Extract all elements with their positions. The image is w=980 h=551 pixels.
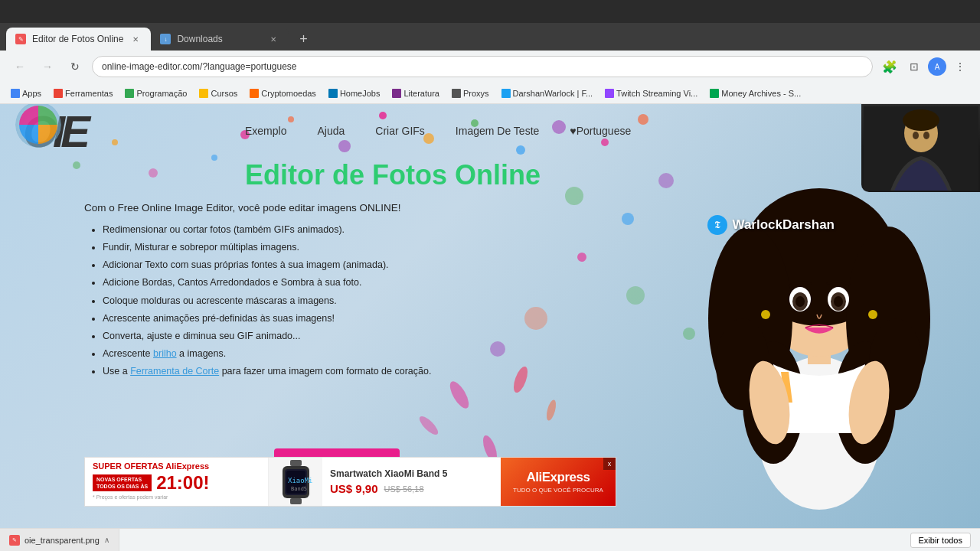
- hero-description: Com o Free Online Image Editor, você pod…: [84, 202, 559, 380]
- tab2-label: Downloads: [177, 34, 261, 44]
- ad-disclaimer-text: * Preços e ofertas podem variar: [93, 494, 260, 500]
- browser-chrome: ✎ Editor de Fotos Online ✕ ↓ Downloads ✕…: [0, 0, 980, 104]
- cast-button[interactable]: ⊡: [903, 56, 925, 77]
- ad-left-section: SUPER OFERTAS AliExpress NOVAS OFERTASTO…: [85, 458, 269, 506]
- bookmarks-bar: Apps Ferramentas Programação Cursos Cryp…: [0, 83, 980, 104]
- feature-8: Acrescente brilho a imagens.: [103, 345, 559, 363]
- webcam-overlay: [861, 104, 980, 192]
- tab2-close[interactable]: ✕: [267, 33, 279, 45]
- programacao-bookmark[interactable]: Programação: [120, 87, 191, 99]
- twitter-username: WarlockDarshan: [732, 217, 835, 233]
- feature-7: Converta, ajuste e diminua seu GIF anima…: [103, 328, 559, 345]
- ad-novas-box: NOVAS OFERTASTODOS OS DIAS ÀS 21:00!: [93, 472, 260, 494]
- cryptomoedas-bookmark[interactable]: Cryptomoedas: [245, 87, 321, 99]
- lang-selector[interactable]: ♥Portuguese: [570, 125, 631, 137]
- feature-2: Fundir, Misturar e sobrepor múltiplas im…: [103, 239, 559, 256]
- feature-1: Redimensionar ou cortar fotos (também GI…: [103, 221, 559, 239]
- title-bar: [0, 0, 980, 23]
- ferramentas-bookmark[interactable]: Ferramentas: [49, 87, 117, 99]
- forward-button[interactable]: →: [37, 56, 58, 77]
- ad-product-name: Smartwatch XiaoMi Band 5: [330, 468, 493, 479]
- tab2-favicon: ↓: [160, 34, 171, 44]
- ad-product-info: Smartwatch XiaoMi Band 5 US$ 9,90 US$ 56…: [322, 458, 501, 506]
- svg-point-52: [913, 132, 919, 139]
- ad-price-row: US$ 9,90 US$ 56,18: [330, 482, 493, 495]
- profile-button[interactable]: A: [928, 57, 946, 76]
- feature-6: Acrescente animações pré-definidas às su…: [103, 310, 559, 328]
- svg-point-22: [73, 161, 80, 169]
- brilho-link[interactable]: brilho: [153, 348, 177, 359]
- back-button[interactable]: ←: [9, 56, 31, 77]
- nav-imagem-de-teste[interactable]: Imagem De Teste: [456, 125, 539, 137]
- money-bookmark[interactable]: Money Archives - S...: [705, 87, 805, 99]
- svg-rect-54: [290, 460, 302, 466]
- svg-rect-60: [290, 498, 302, 504]
- site-nav: Exemplo Ajuda Criar GIFs Imagem De Teste…: [245, 125, 631, 137]
- bottom-bar: ✎ oie_transparent.png ∧ Exibir todos: [0, 528, 980, 551]
- svg-text:XiaoMi: XiaoMi: [288, 477, 313, 484]
- tab-inactive[interactable]: ↓ Downloads ✕: [151, 28, 289, 51]
- svg-point-53: [923, 132, 929, 139]
- tab1-favicon: ✎: [15, 34, 26, 44]
- feature-9: Use a Ferramenta de Corte para fazer uma…: [103, 363, 559, 380]
- twitter-overlay: 𝕿 WarlockDarshan: [707, 215, 835, 235]
- nav-exemplo[interactable]: Exemplo: [245, 125, 286, 137]
- svg-point-24: [149, 168, 158, 178]
- logo-circle-bg: [15, 104, 61, 148]
- new-tab-button[interactable]: +: [292, 28, 315, 51]
- ad-time-display: 21:00!: [156, 472, 209, 494]
- cursos-bookmark[interactable]: Cursos: [194, 87, 242, 99]
- svg-point-46: [868, 310, 877, 319]
- show-all-button[interactable]: Exibir todos: [910, 533, 971, 548]
- svg-point-10: [565, 187, 583, 205]
- tab1-label: Editor de Fotos Online: [32, 34, 123, 44]
- svg-point-51: [903, 109, 939, 131]
- svg-point-44: [834, 296, 843, 307]
- literatura-bookmark[interactable]: Literatura: [387, 87, 443, 99]
- feature-list: Redimensionar ou cortar fotos (também GI…: [84, 221, 559, 380]
- page-content: OIE Exemplo Ajuda Criar GIFs Imagem De T…: [0, 104, 980, 528]
- svg-point-16: [626, 286, 645, 305]
- ad-brand-section[interactable]: AliExpress TUDO O QUE VOCÊ PROCURA: [501, 458, 616, 506]
- svg-text:Band5: Band5: [291, 486, 307, 492]
- ad-old-price: US$ 56,18: [384, 484, 424, 494]
- svg-point-17: [446, 379, 472, 412]
- ad-watch-section: XiaoMi Band5: [269, 458, 322, 506]
- proxys-bookmark[interactable]: Proxys: [447, 87, 494, 99]
- download-item[interactable]: ✎ oie_transparent.png ∧: [0, 529, 119, 551]
- download-filename: oie_transparent.png: [24, 536, 100, 545]
- nav-ajuda[interactable]: Ajuda: [317, 125, 345, 137]
- twitter-icon: 𝕿: [707, 215, 727, 235]
- ad-novas-text: NOVAS OFERTASTODOS OS DIAS ÀS: [93, 474, 152, 491]
- extensions-button[interactable]: 🧩: [879, 56, 900, 77]
- nav-criar-gifs[interactable]: Criar GIFs: [375, 125, 425, 137]
- ad-current-price: US$ 9,90: [330, 482, 378, 495]
- darshan-bookmark[interactable]: DarshanWarlock | F...: [497, 87, 598, 99]
- ferramenta-corte-link[interactable]: Ferramenta de Corte: [130, 366, 219, 377]
- nav-bar: ← → ↻ online-image-editor.com/?language=…: [0, 51, 980, 83]
- feature-4: Adicione Bordas, Cantos Arredondados e S…: [103, 274, 559, 292]
- hero-intro: Com o Free Online Image Editor, você pod…: [84, 202, 559, 214]
- svg-point-45: [761, 310, 770, 319]
- menu-button[interactable]: ⋮: [949, 56, 971, 77]
- twitch-bookmark[interactable]: Twitch Streaming Vi...: [600, 87, 702, 99]
- ad-brand-tagline: TUDO O QUE VOCÊ PROCURA: [513, 487, 603, 494]
- apps-bookmark[interactable]: Apps: [6, 87, 46, 99]
- ad-close-button[interactable]: x: [603, 458, 616, 470]
- hero-title: Editor de Fotos Online: [245, 159, 541, 191]
- address-bar[interactable]: online-image-editor.com/?language=portug…: [92, 56, 873, 77]
- ad-brand-name: AliExpress: [527, 470, 590, 485]
- svg-point-20: [545, 399, 558, 422]
- homejobs-bookmark[interactable]: HomeJobs: [324, 87, 385, 99]
- svg-point-11: [622, 213, 634, 225]
- tab1-close[interactable]: ✕: [129, 33, 142, 45]
- refresh-button[interactable]: ↻: [64, 56, 86, 77]
- webcam-video: [861, 104, 980, 192]
- download-chevron: ∧: [104, 536, 109, 544]
- feature-5: Coloque molduras ou acrescente máscaras …: [103, 292, 559, 310]
- svg-point-13: [577, 253, 586, 262]
- feature-3: Adicionar Texto com suas próprias fontes…: [103, 256, 559, 274]
- address-text: online-image-editor.com/?language=portug…: [102, 61, 297, 72]
- tab-active[interactable]: ✎ Editor de Fotos Online ✕: [6, 28, 151, 51]
- svg-point-43: [795, 296, 805, 307]
